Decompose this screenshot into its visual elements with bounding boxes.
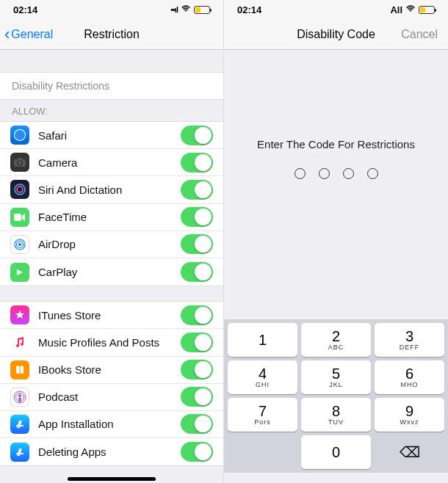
passcode-dot	[367, 168, 378, 179]
key-letters: ABC	[328, 344, 344, 351]
svg-point-13	[18, 394, 21, 397]
list-item: Music Profiles And Posts	[0, 329, 223, 356]
passcode-dots	[239, 168, 433, 179]
row-label: AirDrop	[38, 238, 181, 250]
toggle-switch[interactable]	[181, 180, 213, 200]
list-item: IBooks Store	[0, 357, 223, 384]
appstore-icon	[10, 415, 29, 434]
status-indicators: All	[390, 4, 435, 15]
toggle-switch[interactable]	[181, 333, 213, 352]
allow-header: ALLOW:	[0, 100, 223, 121]
list-item: App Installation	[0, 411, 223, 438]
key-number: 2	[332, 329, 340, 344]
svg-point-9	[18, 243, 21, 246]
itunes-icon	[10, 305, 29, 324]
toggle-switch[interactable]	[181, 126, 213, 145]
delete-icon: ⌫	[400, 443, 420, 461]
toggle-switch[interactable]	[181, 442, 213, 462]
toggle-switch[interactable]	[181, 207, 213, 227]
list-item: ITunes Store	[0, 302, 223, 329]
nav-bar: ‹ General Restriction	[0, 19, 223, 50]
home-indicator[interactable]	[68, 477, 156, 481]
list-item: CarPlay	[0, 258, 223, 286]
row-label: Safari	[38, 129, 181, 142]
siri-icon	[10, 180, 29, 199]
ibooks-icon	[10, 360, 29, 380]
toggle-switch[interactable]	[181, 153, 213, 172]
airdrop-icon	[10, 235, 29, 254]
chevron-left-icon: ‹	[4, 25, 10, 44]
key-letters: GHI	[256, 381, 270, 388]
carplay-icon	[10, 263, 29, 282]
toggle-switch[interactable]	[181, 262, 213, 282]
key-letters: DEFF	[400, 344, 420, 351]
row-label: Deleting Apps	[38, 446, 181, 458]
passcode-dot	[295, 168, 306, 179]
restrictions-screen: 02:14 ••ıl ‹ General Restriction Disabil…	[0, 0, 224, 483]
keypad-blank	[228, 435, 297, 469]
svg-rect-8	[14, 214, 21, 221]
numeric-keypad: 12ABC3DEFF 4GHI5JKL6MHO 7Pors8TUV9Wxvz 0…	[224, 319, 448, 473]
keypad-key-2[interactable]: 2ABC	[301, 323, 371, 357]
toggle-switch[interactable]	[181, 305, 213, 325]
key-letters: Pors	[254, 418, 271, 426]
keypad-key-8[interactable]: 8TUV	[301, 398, 371, 432]
keypad-key-6[interactable]: 6MHO	[375, 360, 444, 394]
row-label: Camera	[38, 156, 181, 169]
keypad-key-0[interactable]: 0	[301, 435, 371, 469]
toggle-switch[interactable]	[181, 387, 213, 407]
toggle-switch[interactable]	[181, 360, 213, 380]
key-number: 3	[405, 329, 413, 344]
key-letters: Wxvz	[400, 418, 419, 426]
key-number: 9	[405, 404, 413, 418]
list-item: Camera	[0, 149, 223, 176]
key-number: 7	[259, 404, 267, 418]
keypad-key-4[interactable]: 4GHI	[228, 360, 297, 394]
wifi-icon	[405, 4, 416, 15]
keypad-key-7[interactable]: 7Pors	[228, 398, 297, 432]
disability-restrictions-link[interactable]: Disability Restrictions	[0, 72, 223, 100]
key-number: 6	[405, 366, 413, 381]
row-label: CarPlay	[38, 266, 181, 278]
passcode-dot	[343, 168, 354, 179]
key-number: 8	[332, 404, 340, 418]
row-label: FaceTime	[38, 211, 181, 223]
key-number: 5	[332, 366, 340, 381]
keypad-key-1[interactable]: 1	[228, 323, 297, 357]
status-indicators: ••ıl	[170, 4, 210, 15]
status-bar: 02:14 ••ıl	[0, 0, 223, 19]
safari-icon	[10, 126, 29, 145]
music-icon	[10, 333, 29, 352]
status-time: 02:14	[13, 4, 37, 15]
row-label: Podcast	[38, 391, 181, 403]
list-item: Siri And Dictation	[0, 176, 223, 203]
keypad-delete[interactable]: ⌫	[375, 435, 444, 469]
cancel-button[interactable]: Cancel	[401, 28, 438, 41]
allow-list-1: SafariCameraSiri And DictationFaceTimeAi…	[0, 121, 223, 286]
list-item: Deleting Apps	[0, 438, 223, 465]
list-item: Podcast	[0, 384, 223, 411]
prompt-text: Enter The Code For Restrictions	[239, 138, 433, 150]
key-letters: TUV	[328, 418, 344, 426]
key-letters: JKL	[329, 381, 343, 388]
keypad-key-5[interactable]: 5JKL	[301, 360, 371, 394]
toggle-switch[interactable]	[181, 234, 213, 254]
passcode-screen: 02:14 All Disability Code Cancel Enter T…	[224, 0, 448, 483]
row-label: ITunes Store	[38, 309, 181, 322]
nav-bar: Disability Code Cancel	[224, 19, 448, 50]
nav-title: Restriction	[84, 28, 140, 41]
facetime-icon	[10, 208, 29, 227]
list-item: AirDrop	[0, 231, 223, 258]
nav-title: Disability Code	[297, 28, 375, 41]
keypad-key-3[interactable]: 3DEFF	[375, 323, 444, 357]
key-number: 1	[259, 333, 267, 347]
toggle-switch[interactable]	[181, 414, 213, 434]
row-label: App Installation	[38, 418, 181, 430]
back-button[interactable]: ‹ General	[4, 25, 53, 44]
back-label: General	[11, 28, 53, 41]
status-bar: 02:14 All	[224, 0, 448, 19]
keypad-key-9[interactable]: 9Wxvz	[375, 398, 444, 432]
camera-icon	[10, 153, 29, 172]
delete-icon	[10, 443, 29, 462]
passcode-dot	[319, 168, 330, 179]
